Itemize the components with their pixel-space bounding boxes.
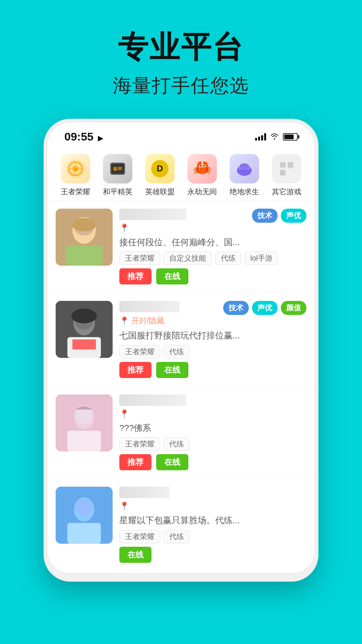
voice-badge-1: 声优 — [281, 209, 306, 223]
player-location-2: 📍 开封/隐藏 — [119, 316, 306, 326]
tag: 代练 — [164, 530, 190, 543]
location-pin-icon-4: 📍 — [119, 501, 129, 511]
category-hpjy[interactable]: 和平 和平精英 — [103, 154, 132, 197]
phone-inner: 09:55 ▶ — [48, 123, 314, 573]
player-footer-4: 在线 — [119, 547, 306, 563]
player-tags-2: 王者荣耀 代练 — [119, 345, 306, 359]
game-categories: 王者荣耀 和平 和平精英 D — [48, 147, 314, 201]
header-area: 专业平台 海量打手任您选 — [0, 0, 362, 119]
wifi-icon — [270, 132, 279, 142]
svg-rect-29 — [67, 431, 101, 451]
tag: 王者荣耀 — [119, 345, 160, 359]
tag: 代练 — [164, 345, 190, 359]
player-badges-1: 技术 声优 — [252, 209, 306, 223]
player-info-3: 📍 ???佛系 王者荣耀 代练 推荐 在线 — [119, 394, 306, 470]
category-jdqs[interactable]: 绝地求生 — [230, 154, 259, 197]
status-icons — [255, 132, 298, 142]
category-wzry-label: 王者荣耀 — [61, 187, 90, 197]
tag: 自定义技能 — [164, 252, 212, 265]
player-name-1 — [119, 209, 186, 220]
svg-rect-33 — [67, 523, 101, 544]
player-footer-2: 推荐 在线 — [119, 362, 306, 378]
svg-text:D: D — [157, 163, 163, 173]
location-pin-icon-3: 📍 — [119, 409, 129, 419]
player-info-4: 📍 星耀以下包赢只算胜场。代练... 王者荣耀 代练 在线 — [119, 487, 306, 562]
category-other-label: 其它游戏 — [272, 187, 301, 197]
player-name-4 — [119, 487, 170, 498]
recommend-btn-3[interactable]: 推荐 — [119, 454, 152, 470]
player-avatar-2 — [56, 301, 113, 358]
sub-title: 海量打手任您选 — [113, 73, 249, 99]
player-location-3: 📍 — [119, 409, 306, 419]
category-hpjy-label: 和平精英 — [103, 187, 132, 197]
svg-point-10 — [240, 163, 249, 169]
phone-mockup: 09:55 ▶ — [44, 119, 318, 582]
player-desc-1: 接任何段位、任何巅峰分、国... — [119, 236, 306, 248]
category-yyls[interactable]: D 英雄联盟 — [145, 154, 175, 197]
player-avatar-1 — [56, 209, 113, 266]
player-avatar-3 — [56, 394, 113, 451]
svg-rect-14 — [280, 170, 286, 175]
online-btn-2: 在线 — [156, 362, 188, 378]
player-header-4 — [119, 487, 306, 498]
recommend-btn-1[interactable]: 推荐 — [119, 268, 152, 284]
player-card-3[interactable]: 📍 ???佛系 王者荣耀 代练 推荐 在线 — [48, 386, 314, 479]
player-name-2 — [119, 301, 180, 312]
svg-point-34 — [75, 499, 93, 516]
voice-badge-2: 声优 — [252, 301, 278, 315]
online-btn-1: 在线 — [156, 268, 188, 284]
svg-text:🦀: 🦀 — [193, 159, 212, 177]
category-wzry[interactable]: 王者荣耀 — [61, 154, 90, 197]
player-info-2: 技术 声优 颜值 📍 开封/隐藏 七国服打野接陪玩代打排位赢... 王者荣耀 代… — [119, 301, 306, 378]
recommend-btn-2[interactable]: 推荐 — [119, 362, 152, 378]
tech-badge-2: 技术 — [223, 301, 249, 315]
player-desc-2: 七国服打野接陪玩代打排位赢... — [119, 329, 306, 341]
player-card-1[interactable]: 技术 声优 📍 接任何段位、任何巅峰分、国... 王者荣耀 自定义技能 代练 l… — [48, 201, 314, 293]
svg-rect-18 — [66, 246, 103, 266]
main-title: 专业平台 — [118, 27, 244, 68]
tag: 代练 — [164, 437, 190, 451]
category-ywwj-label: 永劫无间 — [187, 187, 217, 197]
location-pin-icon-1: 📍 — [119, 223, 129, 233]
category-ywwj[interactable]: 🦀 永劫无间 — [187, 154, 217, 197]
player-desc-3: ???佛系 — [119, 422, 306, 434]
player-list: 技术 声优 📍 接任何段位、任何巅峰分、国... 王者荣耀 自定义技能 代练 l… — [48, 201, 314, 573]
player-badges-2: 技术 声优 颜值 — [223, 301, 306, 315]
player-info-1: 技术 声优 📍 接任何段位、任何巅峰分、国... 王者荣耀 自定义技能 代练 l… — [119, 209, 306, 284]
tag: 王者荣耀 — [119, 437, 160, 451]
location-pin-icon-2: 📍 — [119, 316, 129, 326]
tech-badge-1: 技术 — [252, 209, 278, 223]
player-location-1: 📍 — [119, 223, 306, 233]
tag: 代练 — [215, 252, 241, 265]
category-jdqs-label: 绝地求生 — [230, 187, 259, 197]
tag: 王者荣耀 — [119, 252, 160, 265]
player-tags-4: 王者荣耀 代练 — [119, 530, 306, 543]
svg-point-20 — [72, 218, 96, 231]
category-yyls-label: 英雄联盟 — [145, 187, 175, 197]
category-other[interactable]: 其它游戏 — [272, 154, 301, 197]
player-header-3 — [119, 394, 306, 406]
tag: 王者荣耀 — [119, 530, 160, 543]
player-tags-3: 王者荣耀 代练 — [119, 437, 306, 451]
status-time: 09:55 ▶ — [64, 130, 103, 143]
player-name-3 — [119, 394, 186, 406]
online-btn-3: 在线 — [156, 454, 188, 470]
svg-point-26 — [71, 309, 97, 323]
player-footer-1: 推荐 在线 — [119, 268, 306, 284]
svg-rect-12 — [280, 162, 286, 168]
location-arrow-icon: ▶ — [98, 135, 103, 142]
player-tags-1: 王者荣耀 自定义技能 代练 lol手游 — [119, 252, 306, 265]
player-desc-4: 星耀以下包赢只算胜场。代练... — [119, 514, 306, 526]
player-footer-3: 推荐 在线 — [119, 454, 306, 470]
status-bar: 09:55 ▶ — [48, 123, 314, 147]
player-location-4: 📍 — [119, 501, 306, 511]
signal-icon — [255, 133, 266, 141]
svg-text:和平: 和平 — [113, 166, 123, 172]
svg-rect-24 — [72, 339, 96, 350]
player-card-4[interactable]: 📍 星耀以下包赢只算胜场。代练... 王者荣耀 代练 在线 — [48, 479, 314, 573]
battery-icon — [283, 133, 298, 141]
player-card-2[interactable]: 技术 声优 颜值 📍 开封/隐藏 七国服打野接陪玩代打排位赢... 王者荣耀 代… — [48, 293, 314, 386]
tag: lol手游 — [245, 252, 278, 265]
online-btn-4: 在线 — [119, 547, 152, 563]
face-badge-2: 颜值 — [281, 301, 306, 315]
